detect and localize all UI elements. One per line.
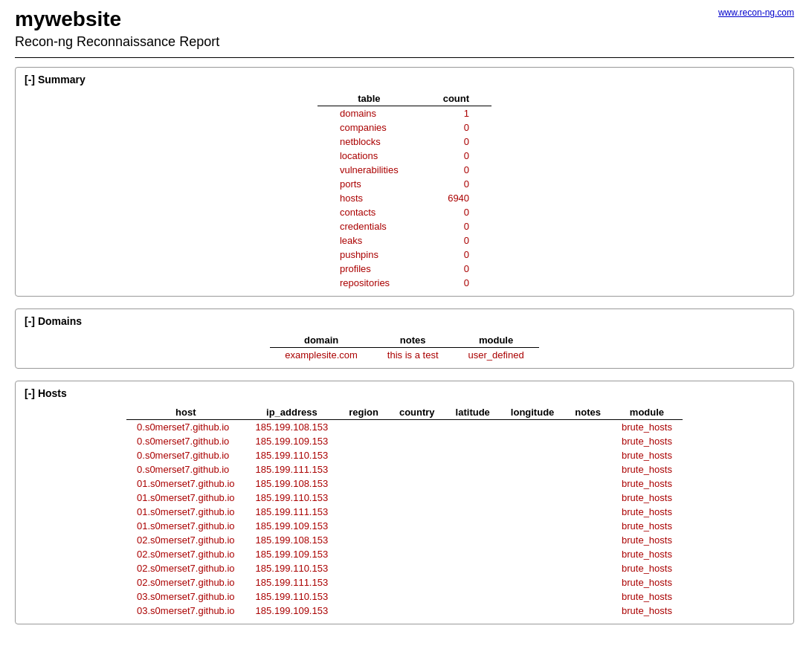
table-row: 0.s0merset7.github.io185.199.111.153brut…: [126, 462, 683, 476]
recon-ng-link[interactable]: www.recon-ng.com: [718, 7, 794, 18]
table-row: contacts0: [318, 205, 491, 219]
hosts-ip_address: 185.199.109.153: [245, 604, 339, 618]
hosts-ip_address: 185.199.108.153: [245, 476, 339, 491]
table-row: companies0: [318, 120, 491, 135]
hosts-country: [389, 589, 445, 604]
table-row: locations0: [318, 149, 491, 163]
hosts-host: 03.s0merset7.github.io: [126, 604, 245, 618]
table-row: ports0: [318, 177, 491, 191]
hosts-module: brute_hosts: [611, 505, 683, 519]
hosts-host: 0.s0merset7.github.io: [126, 462, 245, 476]
hosts-host: 01.s0merset7.github.io: [126, 519, 245, 533]
summary-count: 0: [421, 219, 491, 233]
hosts-host: 0.s0merset7.github.io: [126, 448, 245, 462]
hosts-table-wrapper: host ip_address region country latitude …: [25, 405, 784, 618]
summary-table-name: profiles: [318, 262, 421, 276]
summary-count: 0: [421, 276, 491, 290]
table-row: 01.s0merset7.github.io185.199.109.153bru…: [126, 519, 683, 533]
hosts-region: [338, 491, 389, 505]
table-row: 02.s0merset7.github.io185.199.111.153bru…: [126, 575, 683, 589]
hosts-country: [389, 476, 445, 491]
hosts-latitude: [445, 448, 500, 462]
hosts-longitude: [500, 589, 565, 604]
summary-count: 0: [421, 149, 491, 163]
site-title: mywebsite: [15, 7, 794, 31]
hosts-ip_address: 185.199.109.153: [245, 519, 339, 533]
hosts-col-region: region: [338, 405, 389, 420]
hosts-longitude: [500, 547, 565, 561]
domains-col-notes: notes: [373, 333, 454, 348]
hosts-region: [338, 589, 389, 604]
hosts-ip_address: 185.199.110.153: [245, 561, 339, 575]
domains-col-module: module: [454, 333, 539, 348]
hosts-latitude: [445, 491, 500, 505]
hosts-country: [389, 561, 445, 575]
hosts-latitude: [445, 589, 500, 604]
hosts-ip_address: 185.199.108.153: [245, 420, 339, 435]
hosts-latitude: [445, 561, 500, 575]
hosts-col-ip: ip_address: [245, 405, 339, 420]
hosts-notes: [564, 505, 611, 519]
hosts-longitude: [500, 519, 565, 533]
summary-col-count: count: [421, 91, 491, 106]
hosts-table: host ip_address region country latitude …: [126, 405, 683, 618]
hosts-module: brute_hosts: [611, 420, 683, 435]
hosts-section: [-] Hosts host ip_address region country…: [15, 381, 794, 624]
hosts-longitude: [500, 448, 565, 462]
hosts-module: brute_hosts: [611, 547, 683, 561]
domains-module: user_defined: [454, 348, 539, 363]
hosts-host: 02.s0merset7.github.io: [126, 547, 245, 561]
hosts-module: brute_hosts: [611, 533, 683, 547]
hosts-region: [338, 575, 389, 589]
table-row: hosts6940: [318, 191, 491, 205]
summary-section: [-] Summary table count domains1companie…: [15, 67, 794, 297]
table-row: 03.s0merset7.github.io185.199.109.153bru…: [126, 604, 683, 618]
external-link[interactable]: www.recon-ng.com: [718, 7, 794, 18]
hosts-header: [-] Hosts: [25, 387, 784, 399]
hosts-notes: [564, 561, 611, 575]
table-row: vulnerabilities0: [318, 163, 491, 177]
hosts-module: brute_hosts: [611, 519, 683, 533]
hosts-ip_address: 185.199.111.153: [245, 505, 339, 519]
hosts-host: 0.s0merset7.github.io: [126, 420, 245, 435]
hosts-country: [389, 575, 445, 589]
hosts-host: 02.s0merset7.github.io: [126, 561, 245, 575]
summary-table-name: companies: [318, 120, 421, 135]
hosts-col-latitude: latitude: [445, 405, 500, 420]
report-title: Recon-ng Reconnaissance Report: [15, 34, 794, 50]
hosts-latitude: [445, 505, 500, 519]
hosts-notes: [564, 519, 611, 533]
summary-header: [-] Summary: [25, 74, 784, 85]
hosts-region: [338, 547, 389, 561]
hosts-latitude: [445, 519, 500, 533]
table-row: 0.s0merset7.github.io185.199.109.153brut…: [126, 434, 683, 448]
hosts-country: [389, 505, 445, 519]
hosts-col-country: country: [389, 405, 445, 420]
table-row: 0.s0merset7.github.io185.199.108.153brut…: [126, 420, 683, 435]
hosts-country: [389, 434, 445, 448]
hosts-region: [338, 434, 389, 448]
hosts-longitude: [500, 561, 565, 575]
hosts-col-notes: notes: [564, 405, 611, 420]
hosts-col-host: host: [126, 405, 245, 420]
hosts-ip_address: 185.199.110.153: [245, 491, 339, 505]
summary-table-wrapper: table count domains1companies0netblocks0…: [25, 91, 784, 290]
hosts-notes: [564, 491, 611, 505]
summary-count: 0: [421, 177, 491, 191]
hosts-module: brute_hosts: [611, 491, 683, 505]
hosts-host: 01.s0merset7.github.io: [126, 491, 245, 505]
hosts-longitude: [500, 434, 565, 448]
hosts-latitude: [445, 547, 500, 561]
title-divider: [15, 57, 794, 58]
summary-count: 0: [421, 163, 491, 177]
hosts-country: [389, 547, 445, 561]
hosts-host: 02.s0merset7.github.io: [126, 533, 245, 547]
table-row: domains1: [318, 106, 491, 121]
summary-table-name: locations: [318, 149, 421, 163]
hosts-notes: [564, 547, 611, 561]
hosts-latitude: [445, 533, 500, 547]
hosts-module: brute_hosts: [611, 448, 683, 462]
table-row: credentials0: [318, 219, 491, 233]
hosts-country: [389, 533, 445, 547]
hosts-module: brute_hosts: [611, 604, 683, 618]
